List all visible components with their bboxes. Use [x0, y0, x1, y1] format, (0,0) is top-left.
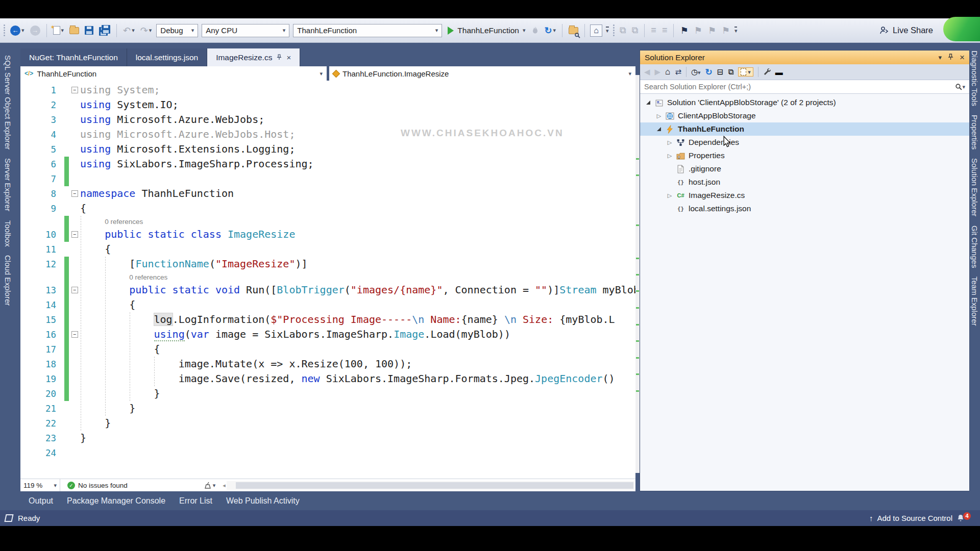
code-line[interactable]: 8−namespace ThanhLeFunction — [20, 186, 635, 201]
horizontal-scrollbar-thumb[interactable] — [236, 482, 633, 489]
tree-item-clientappblobstorage[interactable]: ▷ClientAppBlobStorage — [640, 109, 969, 122]
startup-project-select[interactable]: ThanhLeFunction ▾ — [293, 24, 442, 37]
code-line[interactable]: 23} — [20, 431, 635, 445]
tab-local-settings-json[interactable]: local.settings.json — [127, 48, 207, 66]
next-bookmark-button[interactable]: ⚑ — [707, 23, 717, 38]
search-icon[interactable] — [955, 84, 962, 90]
panel-tab-solution-explorer[interactable]: Solution Explorer — [970, 158, 979, 216]
decrease-indent-button[interactable]: ≡ — [650, 23, 657, 38]
vertical-scrollbar[interactable] — [635, 75, 640, 473]
tree-item-local-settings-json[interactable]: {}local.settings.json — [640, 202, 969, 215]
home-button[interactable]: ⌂ — [665, 67, 670, 77]
type-member-dropdown[interactable]: ThanhLeFunction.ImageResize ▾ — [329, 66, 635, 81]
editor-zoom-select[interactable]: 119 % ▾ — [20, 479, 60, 492]
show-all-files-button[interactable]: ▾ — [738, 67, 753, 77]
fold-collapse-icon[interactable]: − — [71, 87, 78, 93]
panel-tab-toolbox[interactable]: Toolbox — [4, 220, 12, 247]
expander-expanded-icon[interactable] — [645, 99, 651, 106]
panel-tab-team-explorer[interactable]: Team Explorer — [970, 277, 979, 326]
save-button[interactable] — [84, 23, 94, 38]
code-line[interactable]: 6using SixLabors.ImageSharp.Processing; — [20, 157, 635, 171]
fold-collapse-icon[interactable]: − — [71, 231, 78, 238]
panel-tab-web-publish-activity[interactable]: Web Publish Activity — [226, 496, 300, 506]
increase-indent-button[interactable]: ≡ — [661, 23, 669, 38]
tree-item-gitignore[interactable]: .gitignore — [640, 162, 969, 176]
panel-tab-error-list[interactable]: Error List — [179, 496, 212, 506]
comment-button[interactable]: ⧉ — [619, 23, 627, 38]
panel-tab-properties[interactable]: Properties — [970, 115, 979, 149]
fold-collapse-icon[interactable]: − — [71, 331, 78, 338]
code-line[interactable]: 20 } — [20, 386, 635, 401]
chevron-down-icon[interactable]: ▾ — [149, 27, 152, 34]
redo-button[interactable]: ↷ ▾ — [139, 23, 153, 38]
find-in-files-button[interactable] — [568, 23, 579, 38]
code-line[interactable]: 5using Microsoft.Extensions.Logging; — [20, 142, 635, 157]
panel-tab-sql-server-object-explorer[interactable]: SQL Server Object Explorer — [4, 55, 12, 149]
forward-button[interactable]: ▶ — [655, 67, 661, 77]
code-line[interactable]: 1−using System; — [20, 83, 635, 97]
chevron-down-icon[interactable]: ▾ — [553, 27, 556, 34]
code-line[interactable]: 15 log.LogInformation($"Processing Image… — [20, 312, 635, 327]
code-line[interactable]: 22 } — [20, 416, 635, 431]
refresh-button[interactable]: ↻ — [705, 67, 713, 78]
tree-item-properties[interactable]: ▷Properties — [640, 149, 969, 162]
code-line[interactable]: 4using Microsoft.Azure.WebJobs.Host; — [20, 127, 635, 142]
expander-expanded-icon[interactable] — [656, 126, 662, 132]
toolbar-overflow-button[interactable]: ▾ — [606, 27, 609, 34]
open-file-button[interactable] — [68, 23, 80, 38]
chevron-down-icon[interactable]: ▾ — [962, 84, 965, 90]
close-button[interactable]: × — [960, 53, 965, 63]
codelens-references[interactable]: 0 references — [80, 273, 167, 281]
pin-button[interactable] — [948, 54, 953, 62]
code-line[interactable]: 3using Microsoft.Azure.WebJobs; — [20, 112, 635, 127]
start-debugging-button[interactable]: ThanhLeFunction ▾ — [446, 26, 527, 35]
chevron-down-icon[interactable]: ▾ — [61, 27, 64, 34]
expander-collapsed-icon[interactable]: ▷ — [667, 153, 673, 159]
tab-imageresize-cs[interactable]: ImageResize.cs× — [207, 48, 300, 66]
panel-tab-git-changes[interactable]: Git Changes — [970, 226, 979, 268]
solution-platform-select[interactable]: Any CPU ▾ — [202, 24, 289, 37]
tree-item-host-json[interactable]: {}host.json — [640, 176, 969, 189]
toolbar-options-button[interactable]: ▾ — [734, 27, 738, 34]
expander-collapsed-icon[interactable]: ▷ — [667, 192, 673, 199]
navigate-forward-button[interactable]: → — [29, 23, 41, 38]
close-icon[interactable]: × — [286, 53, 291, 62]
scroll-left-arrow[interactable]: ◂ — [223, 482, 226, 489]
undo-button[interactable]: ↶ ▾ — [122, 23, 136, 38]
tree-item-dependencies[interactable]: ▷Dependencies — [640, 136, 969, 149]
uncomment-button[interactable]: ⧉ — [631, 23, 640, 38]
code-cleanup-button[interactable]: ▾ — [204, 482, 216, 489]
horizontal-scrollbar[interactable] — [227, 481, 634, 490]
code-line[interactable]: 24 — [20, 445, 635, 460]
panel-tab-output[interactable]: Output — [29, 496, 53, 506]
fold-collapse-icon[interactable]: − — [71, 287, 78, 293]
panel-tab-cloud-explorer[interactable]: Cloud Explorer — [4, 255, 12, 306]
search-input[interactable] — [644, 83, 955, 91]
sync-with-active-document-button[interactable]: ⇄ — [675, 67, 681, 77]
code-line[interactable]: 12 [FunctionName("ImageResize")] — [20, 257, 635, 271]
code-line[interactable]: 16− using(var image = SixLabors.ImageSha… — [20, 327, 635, 342]
hot-reload-button[interactable] — [531, 23, 540, 38]
background-tasks-icon[interactable] — [4, 514, 13, 522]
pin-icon[interactable] — [277, 53, 282, 62]
properties-button[interactable] — [763, 67, 771, 77]
code-line[interactable]: 21 } — [20, 401, 635, 416]
window-position-button[interactable]: ▾ — [939, 54, 942, 61]
panel-tab-package-manager-console[interactable]: Package Manager Console — [67, 496, 165, 506]
add-to-source-control-button[interactable]: Add to Source Control — [877, 514, 952, 522]
collapse-all-button[interactable]: ⊟ — [717, 67, 724, 77]
code-line[interactable]: 13− public static void Run([BlobTrigger(… — [20, 283, 635, 297]
toggle-bookmark-button[interactable]: ⚑ — [679, 23, 689, 38]
fold-collapse-icon[interactable]: − — [71, 190, 78, 197]
previous-bookmark-button[interactable]: ⚑ — [693, 23, 703, 38]
codelens-references[interactable]: 0 references — [80, 218, 143, 226]
tab-nuget-thanhlefunction[interactable]: NuGet: ThanhLeFunction — [20, 48, 127, 66]
chevron-down-icon[interactable]: ▾ — [523, 27, 526, 34]
new-project-button[interactable]: ✶ ▾ — [52, 23, 65, 38]
expander-collapsed-icon[interactable]: ▷ — [667, 139, 673, 146]
pending-changes-filter-button[interactable]: ◷▾ — [691, 67, 701, 77]
toolbar-grip[interactable] — [612, 24, 615, 37]
preview-selected-items-button[interactable]: ▬ — [775, 68, 783, 77]
code-line[interactable]: 9{ — [20, 201, 635, 216]
chevron-down-icon[interactable]: ▾ — [132, 27, 135, 34]
